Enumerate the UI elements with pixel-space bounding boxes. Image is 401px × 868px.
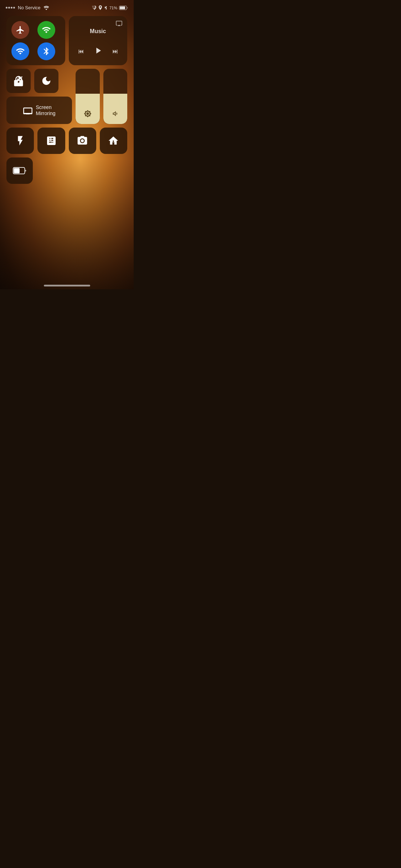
signal-dot-4: [13, 7, 15, 9]
brightness-fill: [76, 94, 100, 124]
camera-button[interactable]: [69, 128, 96, 154]
do-not-disturb-button[interactable]: [34, 69, 58, 93]
brightness-icon: [84, 110, 92, 118]
volume-slider[interactable]: [103, 69, 128, 124]
battery-percent: 71%: [109, 6, 117, 10]
rewind-icon: [77, 47, 85, 54]
alarm-icon: [92, 5, 97, 10]
brightness-slider[interactable]: [76, 69, 100, 124]
row-connectivity-music: Music: [6, 16, 127, 65]
camera-icon: [77, 135, 88, 146]
moon-icon: [41, 76, 52, 86]
fastforward-button[interactable]: [111, 47, 119, 55]
airplane-mode-button[interactable]: [11, 21, 29, 39]
flashlight-button[interactable]: [6, 128, 34, 154]
row-battery: [6, 157, 127, 184]
music-panel[interactable]: Music: [69, 16, 128, 65]
svg-rect-3: [14, 168, 20, 173]
airplane-icon: [16, 25, 25, 35]
status-left: No Service: [6, 5, 49, 10]
status-bar: No Service 71%: [0, 0, 134, 12]
play-icon: [93, 46, 103, 56]
bluetooth-button[interactable]: [37, 42, 55, 60]
wifi-status-icon: [43, 6, 49, 10]
brightness-icon-wrapper: [84, 110, 92, 119]
location-icon: [98, 5, 102, 10]
signal-dot-2: [8, 7, 10, 9]
row-icons: [6, 128, 127, 154]
sliders-col: [76, 69, 127, 124]
fastforward-icon: [111, 47, 119, 54]
music-controls: [77, 46, 119, 57]
battery-large-icon: [13, 167, 26, 175]
screen-mirroring-label: ScreenMirroring: [36, 104, 55, 117]
home-icon: [108, 135, 119, 146]
battery-status-icon: [119, 6, 128, 10]
calculator-button[interactable]: [37, 128, 65, 154]
cellular-icon: [42, 25, 51, 35]
wifi-icon: [16, 47, 25, 56]
wifi-button[interactable]: [11, 42, 29, 60]
volume-icon: [111, 110, 119, 118]
music-title: Music: [90, 28, 106, 35]
play-button[interactable]: [93, 46, 103, 57]
connectivity-panel: [6, 16, 65, 65]
status-right: 71%: [92, 5, 128, 10]
cellular-data-button[interactable]: [37, 21, 55, 39]
bluetooth-status-icon: [104, 5, 108, 10]
row-middle: ScreenMirroring: [6, 69, 127, 124]
screen-mirroring-icon: [23, 107, 33, 114]
rewind-button[interactable]: [77, 47, 85, 55]
volume-icon-wrapper: [111, 110, 119, 119]
bluetooth-icon: [42, 47, 51, 56]
battery-button[interactable]: [6, 157, 33, 184]
home-indicator: [44, 285, 90, 286]
home-button[interactable]: [100, 128, 127, 154]
rotation-lock-icon: [13, 76, 24, 86]
small-buttons-row: [6, 69, 72, 93]
no-service-label: No Service: [18, 5, 41, 10]
airplay-icon[interactable]: [116, 20, 122, 27]
signal-dot-1: [6, 7, 7, 9]
calculator-icon: [46, 135, 57, 146]
svg-rect-1: [120, 6, 125, 9]
left-middle-col: ScreenMirroring: [6, 69, 72, 124]
signal-strength: [6, 7, 15, 9]
control-center: Music: [0, 12, 134, 187]
screen-mirroring-button[interactable]: ScreenMirroring: [6, 97, 72, 124]
signal-dot-3: [11, 7, 12, 9]
rotation-lock-button[interactable]: [6, 69, 31, 93]
flashlight-icon: [15, 135, 26, 146]
volume-fill: [103, 94, 128, 124]
